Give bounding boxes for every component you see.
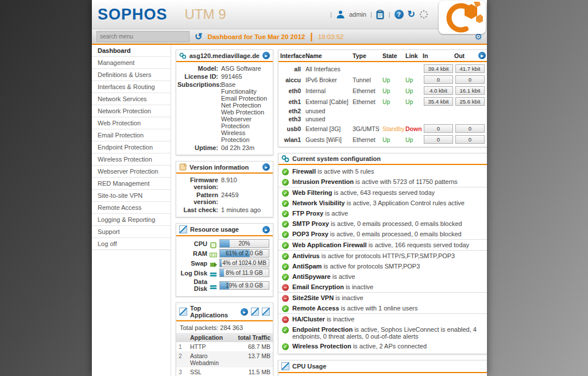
config-item[interactable]: ✓Web Filtering is active, 643 requests s… (278, 187, 487, 198)
divider: | (330, 11, 332, 18)
in-traffic-badge[interactable]: 4.0 kbit (424, 86, 453, 95)
interface-row: allAll Interfaces39.4 kbit41.7 kbit (278, 63, 487, 74)
sidebar-item-endpoint-protection[interactable]: Endpoint Protection (92, 141, 171, 154)
resource-value: 8% of 11.9 GB (220, 269, 269, 277)
out-traffic-badge[interactable]: 0 (455, 135, 485, 144)
version-info-header: Version information ▶ (176, 162, 273, 174)
in-traffic-badge[interactable]: 39.4 kbit (424, 64, 453, 73)
out-traffic-badge[interactable]: 0 (455, 75, 485, 84)
in-traffic-badge[interactable]: 0 (424, 75, 453, 84)
status-inactive-icon: − (282, 316, 289, 323)
sidebar-item-log-off[interactable]: Log off (92, 238, 171, 250)
panel-detail-button[interactable]: ▶ (262, 226, 270, 233)
top-app-row: 3SSL11.5 MB (176, 367, 273, 376)
config-item[interactable]: ✓Web Application Firewall is active, 166… (278, 239, 487, 250)
config-item[interactable]: ✓Wireless Protection is active, 2 APs co… (278, 341, 487, 351)
kv-row: License ID:991465 (177, 72, 270, 80)
utm9-product-text: UTM 9 (185, 6, 226, 22)
col-name: Name (305, 52, 353, 59)
resource-row: CPU20% (176, 239, 272, 248)
panel-detail-button[interactable]: ▶ (262, 163, 270, 171)
out-traffic-badge[interactable]: 16.1 kbit (455, 86, 485, 95)
config-item[interactable]: ✓Endpoint Protection is active, Sophos L… (278, 324, 487, 341)
out-traffic-badge[interactable]: 25.6 kbit (455, 97, 485, 106)
panel-detail-button[interactable]: ▶ (262, 52, 270, 59)
panel-title: Resource usage (190, 226, 260, 233)
sidebar-item-support[interactable]: Support (92, 226, 171, 238)
status-active-icon: ✓ (282, 263, 289, 270)
status-active-icon: ✓ (282, 200, 289, 207)
kv-row: Pattern version:24459 (177, 191, 270, 206)
header-icons: | admin | | ? ↻ (330, 10, 428, 20)
sidebar-item-web-protection[interactable]: Web Protection (92, 117, 171, 129)
out-traffic-badge[interactable]: 41.7 kbit (455, 64, 485, 73)
status-inactive-icon: − (282, 295, 289, 302)
config-item[interactable]: ✓FTP Proxy is active (278, 208, 487, 218)
chain-links-icon (281, 155, 289, 162)
config-item[interactable]: ✓Firewall is active with 5 rules (278, 166, 487, 177)
config-item[interactable]: ✓SMTP Proxy is active, 0 emails processe… (278, 218, 487, 229)
resource-label: Log Disk (179, 270, 207, 277)
help-icon[interactable]: ? (394, 10, 404, 19)
divider: | (310, 32, 312, 42)
sidebar-item-remote-access[interactable]: Remote Access (92, 202, 171, 214)
block-chart-icon[interactable] (262, 308, 270, 316)
col-state: State (382, 52, 405, 59)
sidebar-item-red-management[interactable]: RED Management (92, 178, 171, 190)
out-traffic-badge[interactable]: 0 (455, 124, 485, 133)
note-icon (179, 163, 187, 171)
resource-row: Data Disk19% of 9.0 GB (176, 278, 272, 293)
config-item[interactable]: −HA/Cluster is inactive (278, 313, 487, 324)
search-input[interactable] (96, 31, 189, 42)
in-traffic-badge[interactable]: 0 (424, 124, 453, 133)
sidebar-item-management[interactable]: Management (92, 57, 171, 69)
clipboard-icon[interactable] (376, 10, 385, 20)
utm-shield-logo (439, 1, 486, 34)
status-active-icon: ✓ (282, 221, 289, 228)
sidebar-item-wireless-protection[interactable]: Wireless Protection (92, 154, 171, 166)
sidebar-item-network-protection[interactable]: Network Protection (92, 105, 171, 117)
refresh-icon[interactable]: ↺ (195, 32, 202, 41)
panel-title: Current system configuration (292, 155, 485, 162)
sidebar-item-webserver-protection[interactable]: Webserver Protection (92, 166, 171, 178)
swap-icon (210, 260, 217, 266)
system-info-body: Model:ASG SoftwareLicense ID:991465Subsc… (176, 62, 273, 155)
config-item[interactable]: ✓Network Visibility is active, 3 Applica… (278, 198, 487, 208)
panel-detail-button[interactable]: ▶ (478, 52, 486, 59)
config-item[interactable]: −Site2Site VPN is inactive (278, 292, 487, 303)
sidebar-item-interfaces-routing[interactable]: Interfaces & Routing (92, 81, 171, 93)
in-traffic-badge[interactable]: 0 (424, 135, 453, 144)
col-interface: Interface (280, 52, 305, 59)
sidebar: DashboardManagementDefinitions & UsersIn… (92, 45, 171, 376)
sidebar-item-definitions-users[interactable]: Definitions & Users (92, 69, 171, 81)
interface-row: eth1External [Cable]EthernetUpUp35.4 kbi… (278, 96, 487, 107)
version-info-body: Firmware version:8.910Pattern version:24… (176, 174, 273, 217)
config-item[interactable]: ✓Antivirus is active for protocols HTTP/… (278, 250, 487, 261)
chain-links-icon (179, 52, 187, 59)
flow-chart-icon[interactable] (251, 308, 259, 316)
config-item[interactable]: ✓AntiSpam is active for protocols SMTP,P… (278, 261, 487, 271)
data-disk-icon (210, 282, 217, 289)
resource-usage-header: Resource usage ▶ (176, 224, 273, 236)
user-icon (336, 10, 345, 19)
left-column: asg120.mediavillage.de ▶ Model:ASG Softw… (176, 49, 273, 376)
config-item[interactable]: ✓AntiSpyware is active (278, 271, 487, 282)
config-item[interactable]: −Email Encryption is inactive (278, 282, 487, 292)
sidebar-item-site-to-site-vpn[interactable]: Site-to-site VPN (92, 190, 171, 202)
status-inactive-icon: − (282, 284, 289, 291)
config-item[interactable]: ✓POP3 Proxy is active, 0 emails processe… (278, 229, 487, 239)
sidebar-item-logging-reporting[interactable]: Logging & Reporting (92, 214, 171, 226)
config-item[interactable]: ✓Remote Access is active with 1 online u… (278, 303, 487, 313)
interfaces-panel: Interface Name Type State Link In Out▶ a… (278, 49, 487, 147)
sidebar-item-email-protection[interactable]: Email Protection (92, 129, 171, 141)
status-active-icon: ✓ (282, 274, 289, 281)
in-traffic-badge[interactable]: 35.4 kbit (424, 97, 453, 106)
panel-detail-button[interactable]: ▶ (241, 308, 248, 316)
panel-title: Version information (189, 164, 260, 171)
chart-icon (179, 225, 187, 233)
resource-usage-body: CPU20%RAM61% of 2.0 GBSwap4% of 1024.0 M… (176, 236, 273, 296)
sidebar-item-network-services[interactable]: Network Services (92, 93, 171, 105)
sidebar-item-dashboard[interactable]: Dashboard (92, 45, 171, 57)
reload-icon[interactable]: ↻ (408, 10, 415, 19)
config-item[interactable]: ✓Intrusion Prevention is active with 572… (278, 177, 487, 187)
